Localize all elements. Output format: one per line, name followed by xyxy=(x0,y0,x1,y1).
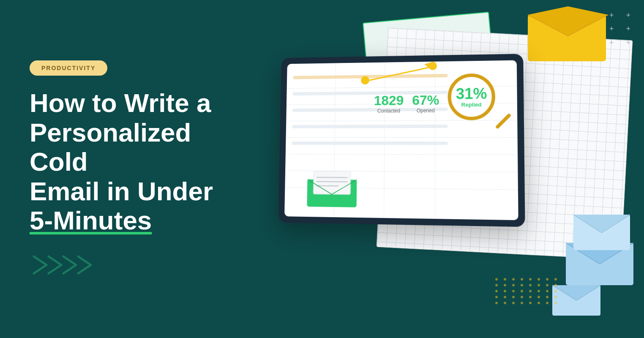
dot-pattern: // Will be rendered via JS below xyxy=(495,278,559,304)
blue-envelope-medium xyxy=(572,210,631,254)
dot-pattern-dot xyxy=(538,302,540,304)
opened-number: 67% xyxy=(412,93,439,107)
svg-line-24 xyxy=(369,68,428,80)
title-line3: Email in Under xyxy=(30,177,213,206)
dot-pattern-dot xyxy=(546,302,548,304)
svg-point-26 xyxy=(428,62,437,70)
email-row-4 xyxy=(292,142,448,145)
contacted-number: 1829 xyxy=(374,94,404,107)
dot-pattern-dot xyxy=(495,284,498,286)
replied-number: 31% xyxy=(456,86,487,101)
dot-pattern-dot xyxy=(504,296,506,298)
right-illustration: + + + ++ + + ++ + + + + xyxy=(243,0,644,338)
svg-point-23 xyxy=(361,76,369,84)
magnifier-handle xyxy=(495,113,512,129)
dot-pattern-dot xyxy=(554,278,557,281)
dot-pattern-dot xyxy=(512,302,515,304)
chevrons-svg xyxy=(30,252,106,278)
svg-line-19 xyxy=(317,182,347,182)
dot-pattern-dot xyxy=(512,284,515,286)
arrow-decoration xyxy=(361,59,445,95)
magnifier-container: 31% Replied xyxy=(448,73,508,133)
hero-section: PRODUCTIVITY How to Write a Personalized… xyxy=(0,0,644,338)
dot-pattern-dot xyxy=(504,278,506,281)
dot-pattern-dot xyxy=(546,284,548,286)
title-line4: 5-Minutes xyxy=(30,206,152,235)
left-content: PRODUCTIVITY How to Write a Personalized… xyxy=(0,35,254,303)
yellow-envelope xyxy=(526,4,610,63)
dot-pattern-dot xyxy=(546,278,548,281)
dot-pattern-dot xyxy=(554,296,557,298)
screen-envelope xyxy=(305,171,359,211)
stat-contacted: 1829 Contacted xyxy=(374,94,404,114)
dot-pattern-dot xyxy=(504,302,506,304)
svg-rect-17 xyxy=(313,171,350,195)
chevron-decorations xyxy=(30,252,224,278)
dot-pattern-dot xyxy=(546,296,548,298)
dot-pattern-dot xyxy=(529,278,532,281)
title-line2: Personalized Cold xyxy=(30,118,191,176)
dot-pattern-dot xyxy=(554,284,557,286)
dot-pattern-dot xyxy=(512,296,515,298)
dot-pattern-dot xyxy=(546,290,548,292)
dot-pattern-dot xyxy=(495,290,498,292)
dot-pattern-dot xyxy=(512,278,515,281)
stat-opened: 67% Opened xyxy=(412,93,439,114)
hero-title: How to Write a Personalized Cold Email i… xyxy=(30,88,224,235)
dot-pattern-dot xyxy=(554,290,557,292)
dot-pattern-dot xyxy=(529,284,532,286)
grid-line-5 xyxy=(286,154,518,155)
dot-pattern-dot xyxy=(504,284,506,286)
contacted-label: Contacted xyxy=(374,108,404,114)
dot-pattern-dot xyxy=(538,284,540,286)
dot-pattern-dot xyxy=(495,296,498,298)
opened-label: Opened xyxy=(412,108,439,114)
dot-pattern-dot xyxy=(538,290,540,292)
dot-pattern-dot xyxy=(521,290,523,292)
dot-pattern-dot xyxy=(529,296,532,298)
replied-label: Replied xyxy=(461,101,482,108)
dot-pattern-dot xyxy=(554,302,557,304)
dot-pattern-dot xyxy=(521,296,523,298)
magnifier-circle: 31% Replied xyxy=(448,73,495,120)
title-line1: How to Write a xyxy=(30,88,211,117)
category-badge: PRODUCTIVITY xyxy=(30,60,107,76)
dot-pattern-dot xyxy=(495,302,498,304)
dot-pattern-dot xyxy=(538,296,540,298)
dot-pattern-dot xyxy=(521,302,523,304)
dot-pattern-dot xyxy=(495,278,498,281)
grid-line-4 xyxy=(286,137,518,138)
dot-pattern-dot xyxy=(538,278,540,281)
dot-pattern-dot xyxy=(529,290,532,292)
dot-pattern-dot xyxy=(521,284,523,286)
svg-line-18 xyxy=(317,177,347,178)
dot-pattern-dot xyxy=(521,278,523,281)
dot-pattern-dot xyxy=(529,302,532,304)
dot-pattern-dot xyxy=(512,290,515,292)
dot-pattern-dot xyxy=(504,290,506,292)
